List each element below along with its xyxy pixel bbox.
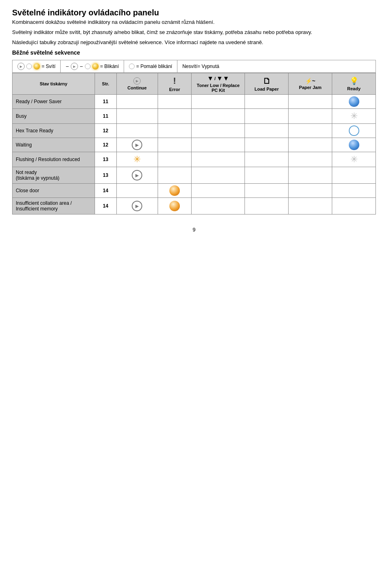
play-outline-icon-notready: ▶ <box>132 170 142 180</box>
state-closedoor: Close door <box>13 184 95 198</box>
page-13a: 13 <box>95 152 116 167</box>
table-intro: Následující tabulky zobrazují nejpoužíva… <box>12 39 376 45</box>
legend-sviti: ▶ = Svítí <box>13 60 61 72</box>
ready-ready <box>332 95 376 109</box>
header-ready: 💡 Ready <box>332 73 376 95</box>
table-row: Flushing / Resolution reduced 13 <box>13 152 376 167</box>
jam-ready <box>289 95 332 109</box>
error-hex <box>158 124 192 138</box>
state-waiting: Waiting <box>13 138 95 152</box>
blue-outline-icon <box>349 125 359 136</box>
header-load-paper: 🗋 Load Paper <box>245 73 289 95</box>
error-waiting <box>158 138 192 152</box>
page-14a: 14 <box>95 184 116 198</box>
legend-play-icon: ▶ <box>17 63 25 70</box>
page-12a: 12 <box>95 124 116 138</box>
toner-flushing <box>192 152 245 167</box>
blue-solid-icon-waiting <box>349 140 359 150</box>
continue-flushing <box>116 152 158 167</box>
header-str: Str. <box>95 73 116 95</box>
legend-circle-out2-icon <box>85 64 91 69</box>
error-flushing <box>158 152 192 167</box>
starburst-orange-icon-cont <box>131 154 143 165</box>
state-notready: Not ready(tiskárna je vypnutá) <box>13 167 95 184</box>
continue-insufficient: ▶ <box>116 198 158 214</box>
state-ready-power: Ready / Power Saver <box>13 95 95 109</box>
page-14b: 14 <box>95 198 116 214</box>
load-busy <box>245 109 289 124</box>
error-insufficient <box>158 198 192 214</box>
continue-notready: ▶ <box>116 167 158 184</box>
legend-nesviti: Nesvítí= Vypnutá <box>177 60 224 72</box>
error-ready <box>158 95 192 109</box>
load-ready <box>245 95 289 109</box>
pomale-label: = Pomalé blikání <box>136 64 172 69</box>
error-closedoor <box>158 184 192 198</box>
table-row: Hex Trace Ready 12 <box>13 124 376 138</box>
ready-insufficient <box>332 198 376 214</box>
blikani-label: = Blikání <box>100 64 119 69</box>
page-title: Světelné indikátory ovládacího panelu <box>12 8 376 17</box>
toner-icon1: ▼ <box>207 75 214 82</box>
table-row: Insufficient collation area / Insufficie… <box>13 198 376 214</box>
continue-waiting: ▶ <box>116 138 158 152</box>
legend-row: ▶ = Svítí – ▶ – = Blikání = Pomalé bliká… <box>12 60 376 73</box>
page-11a: 11 <box>95 95 116 109</box>
page-11b: 11 <box>95 109 116 124</box>
table-row: Not ready(tiskárna je vypnutá) 13 ▶ <box>13 167 376 184</box>
header-stav: Stav tiskárny <box>13 73 95 95</box>
jam-flushing <box>289 152 332 167</box>
state-flushing: Flushing / Resolution reduced <box>13 152 95 167</box>
toner-waiting <box>192 138 245 152</box>
load-closedoor <box>245 184 289 198</box>
legend-small-circle-icon <box>129 64 135 69</box>
orange-solid-icon-close <box>169 185 180 196</box>
orange-solid-icon-insuf <box>169 201 180 211</box>
load-flushing <box>245 152 289 167</box>
legend-play2-icon: ▶ <box>71 63 78 70</box>
header-continue: ▶ Continue <box>116 73 158 95</box>
table-row: Waiting 12 ▶ <box>13 138 376 152</box>
table-row: Busy 11 <box>13 109 376 124</box>
header-toner: ▼ / ▼▼ Toner Low / Replace PC Kit <box>192 73 245 95</box>
state-hex: Hex Trace Ready <box>13 124 95 138</box>
page-13b: 13 <box>95 167 116 184</box>
legend-circle-glow2-icon <box>92 63 99 70</box>
error-notready <box>158 167 192 184</box>
ready-header-icon: 💡 <box>350 76 358 85</box>
header-error: ! Error <box>158 73 192 95</box>
jam-hex <box>289 124 332 138</box>
sviti-label: = Svítí <box>42 64 55 69</box>
legend-pomale: = Pomalé blikání <box>124 60 177 72</box>
ready-closedoor <box>332 184 376 198</box>
jam-insufficient <box>289 198 332 214</box>
blue-solid-icon <box>349 96 359 107</box>
load-hex <box>245 124 289 138</box>
continue-hex <box>116 124 158 138</box>
continue-closedoor <box>116 184 158 198</box>
toner-busy <box>192 109 245 124</box>
jam-waiting <box>289 138 332 152</box>
starburst-gray-icon <box>348 110 360 122</box>
toner-closedoor <box>192 184 245 198</box>
load-waiting <box>245 138 289 152</box>
table-row: Close door 14 <box>13 184 376 198</box>
subtitle: Kombinacemi dokážou světelné indikátory … <box>12 19 376 25</box>
nesviti-label: Nesvítí= Vypnutá <box>182 64 219 69</box>
continue-ready <box>116 95 158 109</box>
toner-icon2: ▼▼ <box>217 75 230 82</box>
error-header-icon: ! <box>173 76 176 86</box>
legend-blikani: – ▶ – = Blikání <box>61 60 124 72</box>
error-busy <box>158 109 192 124</box>
toner-insufficient <box>192 198 245 214</box>
toner-notready <box>192 167 245 184</box>
toner-slash: / <box>214 76 215 81</box>
legend-circle-out-icon <box>26 64 32 69</box>
description: Světelný indikátor může svítit, být zhas… <box>12 29 376 35</box>
starburst-gray-icon-flushing <box>348 154 360 165</box>
dash2-icon: – <box>80 64 83 69</box>
ready-busy <box>332 109 376 124</box>
page-12b: 12 <box>95 138 116 152</box>
toner-ready <box>192 95 245 109</box>
status-table: Stav tiskárny Str. ▶ Continue ! Error <box>12 73 376 214</box>
